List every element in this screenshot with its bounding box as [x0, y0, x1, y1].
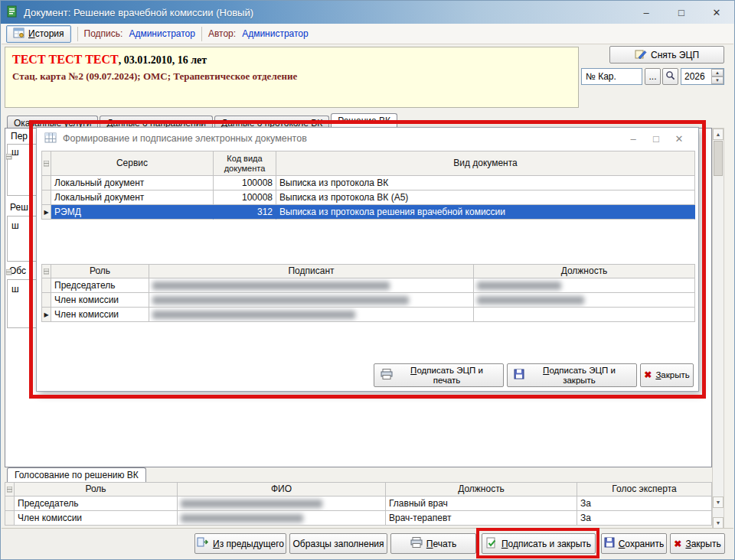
vertical-scrollbar[interactable]: ▲ ▼ ▼	[712, 128, 724, 529]
document-kind-cell: Выписка из протокола ВК	[276, 176, 695, 190]
close-form-button[interactable]: ✖ Закрыть	[670, 533, 725, 554]
documents-table: Сервис Код вида документа Вид документа …	[41, 151, 695, 220]
close-button[interactable]: ✕	[699, 1, 734, 24]
grid-scroll-down-button[interactable]: ▼	[713, 517, 724, 529]
document-service-cell: Локальный документ	[51, 176, 214, 190]
redacted-text	[152, 311, 355, 319]
remove-signature-label: Снять ЭЦП	[651, 50, 699, 60]
voting-position-cell: Врач-терапевт	[386, 511, 577, 526]
scroll-up-button[interactable]: ▲	[713, 129, 724, 140]
voting-col-role: Роль	[15, 483, 178, 497]
card-search-button[interactable]	[662, 68, 678, 85]
redacted-text	[152, 296, 409, 304]
voting-col-position: Должность	[386, 483, 577, 497]
scroll-down-button[interactable]: ▼	[713, 497, 724, 508]
redacted-text	[181, 500, 322, 508]
documents-col-kind: Вид документа	[276, 151, 695, 176]
save-icon	[604, 537, 615, 550]
dialog-buttons: Подписать ЭЦП и печать Подписать ЭЦП и з…	[374, 363, 694, 387]
row-marker-cell: ▶	[42, 308, 51, 322]
minimize-button[interactable]: –	[629, 1, 664, 24]
sign-and-print-button[interactable]: Подписать ЭЦП и печать	[374, 363, 504, 387]
dialog-close-button[interactable]: ✕	[668, 133, 691, 145]
app-window: Документ: Решение врачебной комиссии (Но…	[0, 0, 735, 560]
voting-col-vote: Голос эксперта	[577, 483, 712, 497]
author-value: Администратор	[242, 28, 309, 39]
window-titlebar: Документ: Решение врачебной комиссии (Но…	[1, 1, 734, 24]
row-marker-cell	[42, 190, 51, 205]
year-spinner: ▲ ▼	[681, 68, 724, 85]
voting-vote-cell: За	[577, 511, 712, 526]
save-button[interactable]: Сохранить	[601, 533, 667, 554]
year-down-button[interactable]: ▼	[711, 77, 724, 84]
row-marker-cell: ▶	[42, 205, 51, 220]
signer-role-cell: Член комиссии	[51, 308, 149, 322]
dialog-close-action-button[interactable]: ✖ Закрыть	[640, 363, 694, 387]
signers-col-position: Должность	[474, 265, 695, 278]
voting-table-corner	[5, 483, 15, 497]
history-icon	[13, 28, 24, 41]
voting-table: Роль ФИО Должность Голос эксперта Предсе…	[5, 482, 712, 526]
redacted-text	[477, 282, 561, 290]
document-service-cell: Локальный документ	[51, 190, 214, 205]
document-code-cell: 312	[214, 205, 276, 220]
signature-label: Подпись:	[84, 28, 123, 39]
signers-table-corner	[42, 265, 51, 278]
voting-role-cell: Председатель	[15, 497, 178, 511]
redacted-text	[181, 514, 303, 523]
dialog-minimize-button[interactable]: –	[622, 133, 645, 145]
from-previous-label: Из предыдущего	[213, 539, 284, 549]
signature-pen-icon	[635, 48, 647, 62]
search-icon	[665, 70, 675, 83]
background-field-1-text: ш	[11, 147, 19, 158]
scrollbar-thumb[interactable]	[714, 141, 723, 176]
voting-role-cell: Член комиссии	[15, 511, 178, 526]
fill-samples-button[interactable]: Образцы заполнения	[289, 533, 387, 554]
year-spin-buttons: ▲ ▼	[711, 69, 724, 84]
card-browse-button[interactable]: ...	[645, 68, 661, 85]
signature-value: Администратор	[129, 28, 195, 39]
signer-position-cell	[474, 278, 695, 293]
documents-table-corner	[42, 151, 51, 176]
background-field-3-text: ш	[11, 284, 19, 295]
fill-samples-label: Образцы заполнения	[293, 539, 384, 549]
print-label: Печать	[426, 539, 456, 549]
year-up-button[interactable]: ▲	[711, 69, 724, 77]
sign-and-close-dialog-button[interactable]: Подписать ЭЦП и закрыть	[507, 363, 637, 387]
from-previous-button[interactable]: Из предыдущего	[194, 533, 286, 554]
remove-signature-button[interactable]: Снять ЭЦП	[609, 46, 724, 63]
card-number-input[interactable]	[581, 68, 642, 85]
maximize-button[interactable]: □	[664, 1, 699, 24]
voting-fio-cell	[178, 511, 386, 526]
voting-col-fio: ФИО	[178, 483, 386, 497]
document-service-cell: РЭМД	[51, 205, 214, 220]
voting-vote-cell: За	[577, 497, 712, 511]
printer-icon	[381, 369, 393, 382]
close-x-icon: ✖	[644, 370, 652, 380]
toolbar-separator	[201, 27, 202, 41]
row-marker-cell	[42, 176, 51, 190]
year-input[interactable]	[681, 69, 711, 84]
documents-col-code: Код вида документа	[214, 151, 276, 176]
window-controls: – □ ✕	[629, 1, 734, 24]
tab-voting[interactable]: Голосование по решению ВК	[7, 467, 146, 482]
sign-and-close-label: Подписать и закрыть	[501, 539, 591, 549]
row-marker-cell	[42, 293, 51, 308]
patient-details: , 03.01.2010, 16 лет	[119, 54, 207, 66]
history-button[interactable]: История	[6, 25, 71, 43]
document-kind-cell: Выписка из протокола решения врачебной к…	[276, 205, 695, 220]
signing-dialog: Формирование и подписание электронных до…	[36, 127, 699, 392]
signer-position-cell	[474, 308, 695, 322]
signers-col-role: Роль	[51, 265, 149, 278]
patient-card-line: Стац. карта №2 (09.07.2024); ОМС; Терапе…	[12, 70, 571, 83]
row-marker-cell	[42, 278, 51, 293]
sign-and-close-button[interactable]: Подписать и закрыть	[482, 533, 596, 554]
table-corner-icon	[6, 267, 12, 278]
author-label: Автор:	[208, 28, 236, 39]
table-corner-icon	[6, 151, 12, 162]
document-code-cell: 100008	[214, 176, 276, 190]
row-marker-cell	[5, 511, 15, 526]
top-toolbar: История Подпись: Администратор Автор: Ад…	[2, 24, 733, 44]
print-button[interactable]: Печать	[390, 533, 476, 554]
dialog-maximize-button[interactable]: □	[645, 133, 668, 145]
